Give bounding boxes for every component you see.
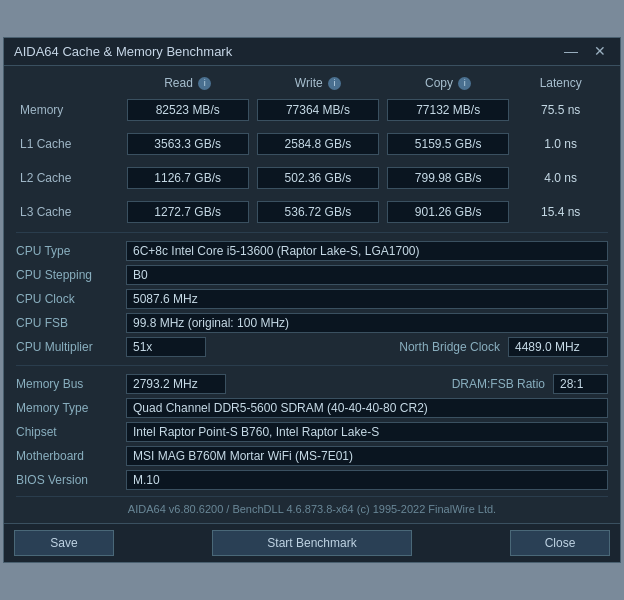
cpu-type-row: CPU Type 6C+8c Intel Core i5-13600 (Rapt…: [16, 239, 608, 263]
cpu-multiplier-label: CPU Multiplier: [16, 340, 126, 354]
main-window: AIDA64 Cache & Memory Benchmark — ✕ Read…: [3, 37, 621, 563]
divider-1: [16, 232, 608, 233]
title-bar: AIDA64 Cache & Memory Benchmark — ✕: [4, 38, 620, 66]
chipset-label: Chipset: [16, 425, 126, 439]
row-latency: 4.0 ns: [513, 164, 608, 192]
motherboard-value: MSI MAG B760M Mortar WiFi (MS-7E01): [126, 446, 608, 466]
row-write: 77364 MB/s: [253, 96, 383, 124]
row-latency: 1.0 ns: [513, 130, 608, 158]
cpu-stepping-value: B0: [126, 265, 608, 285]
cpu-stepping-row: CPU Stepping B0: [16, 263, 608, 287]
cpu-fsb-value: 99.8 MHz (original: 100 MHz): [126, 313, 608, 333]
row-copy: 799.98 GB/s: [383, 164, 513, 192]
row-write: 502.36 GB/s: [253, 164, 383, 192]
save-button[interactable]: Save: [14, 530, 114, 556]
row-write: 2584.8 GB/s: [253, 130, 383, 158]
benchmark-table: Read i Write i Copy i Latency: [16, 74, 608, 226]
col-header-write: Write i: [253, 74, 383, 96]
row-write: 536.72 GB/s: [253, 198, 383, 226]
memory-bus-label: Memory Bus: [16, 377, 126, 391]
minimize-button[interactable]: —: [560, 44, 582, 58]
close-button[interactable]: ✕: [590, 44, 610, 58]
window-title: AIDA64 Cache & Memory Benchmark: [14, 44, 232, 59]
content-area: Read i Write i Copy i Latency: [4, 66, 620, 523]
title-bar-controls: — ✕: [560, 44, 610, 58]
chipset-row: Chipset Intel Raptor Point-S B760, Intel…: [16, 420, 608, 444]
cpu-type-value: 6C+8c Intel Core i5-13600 (Raptor Lake-S…: [126, 241, 608, 261]
row-read: 3563.3 GB/s: [123, 130, 253, 158]
memory-bus-row: Memory Bus 2793.2 MHz DRAM:FSB Ratio 28:…: [16, 372, 608, 396]
cpu-stepping-label: CPU Stepping: [16, 268, 126, 282]
row-latency: 15.4 ns: [513, 198, 608, 226]
cpu-clock-label: CPU Clock: [16, 292, 126, 306]
bios-label: BIOS Version: [16, 473, 126, 487]
row-label: L2 Cache: [16, 164, 123, 192]
write-info-icon[interactable]: i: [328, 77, 341, 90]
row-read: 1272.7 GB/s: [123, 198, 253, 226]
col-header-latency: Latency: [513, 74, 608, 96]
bios-value: M.10: [126, 470, 608, 490]
cpu-multiplier-value: 51x: [126, 337, 206, 357]
row-copy: 901.26 GB/s: [383, 198, 513, 226]
memory-type-row: Memory Type Quad Channel DDR5-5600 SDRAM…: [16, 396, 608, 420]
cpu-clock-row: CPU Clock 5087.6 MHz: [16, 287, 608, 311]
row-label: Memory: [16, 96, 123, 124]
bios-row: BIOS Version M.10: [16, 468, 608, 492]
footer-text: AIDA64 v6.80.6200 / BenchDLL 4.6.873.8-x…: [16, 496, 608, 519]
row-label: L3 Cache: [16, 198, 123, 226]
memory-type-label: Memory Type: [16, 401, 126, 415]
copy-info-icon[interactable]: i: [458, 77, 471, 90]
motherboard-row: Motherboard MSI MAG B760M Mortar WiFi (M…: [16, 444, 608, 468]
cpu-fsb-label: CPU FSB: [16, 316, 126, 330]
row-read: 1126.7 GB/s: [123, 164, 253, 192]
divider-2: [16, 365, 608, 366]
table-row: Memory 82523 MB/s 77364 MB/s 77132 MB/s …: [16, 96, 608, 124]
north-bridge-label: North Bridge Clock: [399, 340, 500, 354]
row-copy: 5159.5 GB/s: [383, 130, 513, 158]
col-header-read: Read i: [123, 74, 253, 96]
row-read: 82523 MB/s: [123, 96, 253, 124]
row-copy: 77132 MB/s: [383, 96, 513, 124]
memory-type-value: Quad Channel DDR5-5600 SDRAM (40-40-40-8…: [126, 398, 608, 418]
memory-bus-value: 2793.2 MHz: [126, 374, 226, 394]
read-info-icon[interactable]: i: [198, 77, 211, 90]
button-bar: Save Start Benchmark Close: [4, 523, 620, 562]
dram-fsb-value: 28:1: [553, 374, 608, 394]
north-bridge-value: 4489.0 MHz: [508, 337, 608, 357]
cpu-fsb-row: CPU FSB 99.8 MHz (original: 100 MHz): [16, 311, 608, 335]
cpu-clock-value: 5087.6 MHz: [126, 289, 608, 309]
dram-fsb-label: DRAM:FSB Ratio: [452, 377, 545, 391]
cpu-type-label: CPU Type: [16, 244, 126, 258]
info-section: CPU Type 6C+8c Intel Core i5-13600 (Rapt…: [16, 239, 608, 492]
motherboard-label: Motherboard: [16, 449, 126, 463]
col-header-copy: Copy i: [383, 74, 513, 96]
close-button-bottom[interactable]: Close: [510, 530, 610, 556]
table-row: L3 Cache 1272.7 GB/s 536.72 GB/s 901.26 …: [16, 198, 608, 226]
chipset-value: Intel Raptor Point-S B760, Intel Raptor …: [126, 422, 608, 442]
cpu-multiplier-row: CPU Multiplier 51x North Bridge Clock 44…: [16, 335, 608, 359]
row-label: L1 Cache: [16, 130, 123, 158]
row-latency: 75.5 ns: [513, 96, 608, 124]
table-row: L1 Cache 3563.3 GB/s 2584.8 GB/s 5159.5 …: [16, 130, 608, 158]
start-benchmark-button[interactable]: Start Benchmark: [212, 530, 412, 556]
table-row: L2 Cache 1126.7 GB/s 502.36 GB/s 799.98 …: [16, 164, 608, 192]
